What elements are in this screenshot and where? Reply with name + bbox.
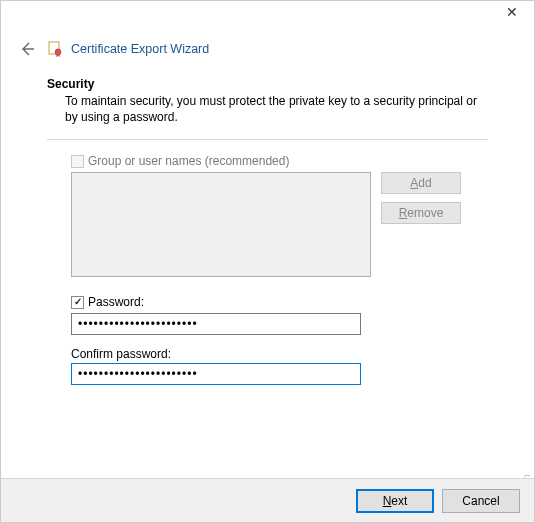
close-button[interactable]: ✕ xyxy=(492,1,532,25)
group-users-label: Group or user names (recommended) xyxy=(88,154,289,168)
password-label: Password: xyxy=(88,295,144,309)
next-button[interactable]: Next xyxy=(356,489,434,513)
cancel-button[interactable]: Cancel xyxy=(442,489,520,513)
password-checkbox[interactable] xyxy=(71,296,84,309)
svg-point-1 xyxy=(55,49,61,55)
section-heading: Security xyxy=(47,77,488,91)
certificate-icon xyxy=(47,41,63,57)
password-input[interactable] xyxy=(71,313,361,335)
remove-button: Remove xyxy=(381,202,461,224)
add-button: Add xyxy=(381,172,461,194)
section-description: To maintain security, you must protect t… xyxy=(47,93,488,125)
back-button[interactable] xyxy=(17,39,37,59)
confirm-password-input[interactable] xyxy=(71,363,361,385)
divider xyxy=(47,139,488,140)
group-users-checkbox xyxy=(71,155,84,168)
confirm-password-label: Confirm password: xyxy=(71,347,488,361)
group-users-listbox xyxy=(71,172,371,277)
wizard-title: Certificate Export Wizard xyxy=(71,42,209,56)
